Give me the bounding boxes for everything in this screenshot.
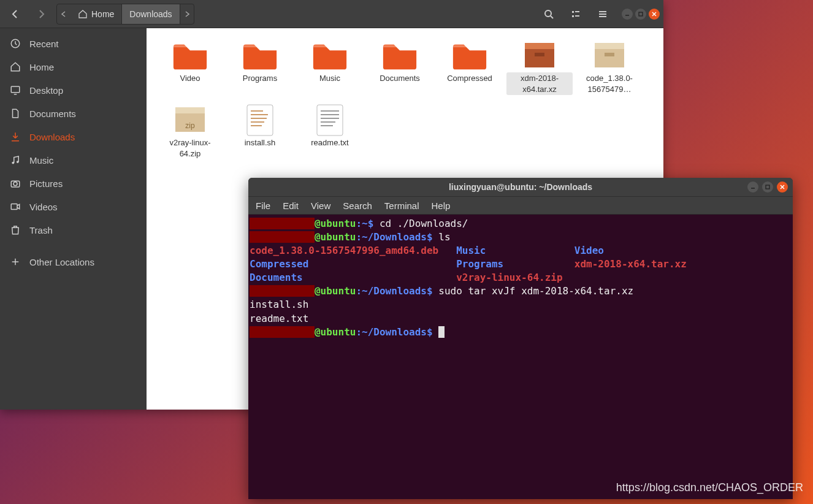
back-button[interactable] [4, 4, 27, 25]
sidebar-item-downloads[interactable]: Downloads [0, 125, 147, 148]
watermark: https://blog.csdn.net/CHAOS_ORDER [616, 481, 803, 494]
sidebar-item-trash[interactable]: Trash [0, 218, 147, 242]
sidebar-item-label: Home [29, 62, 137, 72]
maximize-button[interactable] [635, 9, 646, 20]
sidebar-item-home[interactable]: Home [0, 55, 147, 78]
menu-edit[interactable]: Edit [283, 200, 299, 211]
document-icon [10, 108, 21, 119]
video-icon [10, 201, 21, 212]
archive-item[interactable]: xdm-2018-x64.tar.xz [505, 39, 574, 95]
svg-rect-12 [11, 204, 17, 210]
window-controls [622, 9, 660, 20]
folder-item[interactable]: Compressed [435, 39, 505, 95]
plus-icon [10, 256, 21, 267]
path-home-label: Home [91, 9, 114, 19]
ls-item: Music [456, 245, 486, 256]
file-label: Compressed [445, 72, 495, 85]
svg-point-0 [545, 10, 551, 17]
text-file-item[interactable]: install.sh [225, 104, 295, 159]
svg-point-8 [12, 162, 14, 164]
close-button[interactable] [649, 9, 660, 20]
menu-search[interactable]: Search [343, 200, 372, 211]
svg-rect-4 [575, 15, 579, 17]
term-user-redacted [250, 326, 315, 338]
terminal-close-button[interactable] [777, 181, 788, 193]
term-host: @ubuntu [315, 218, 356, 229]
sidebar-item-label: Downloads [29, 132, 137, 142]
terminal-title: liuxingyuan@ubuntu: ~/Downloads [449, 182, 592, 192]
clock-icon [10, 38, 21, 49]
text-file-item[interactable]: readme.txt [295, 104, 365, 159]
sidebar-item-pictures[interactable]: Pictures [0, 172, 147, 195]
sidebar-item-documents[interactable]: Documents [0, 102, 147, 125]
terminal-minimize-button[interactable] [747, 181, 758, 193]
svg-rect-22 [247, 105, 273, 136]
forward-button[interactable] [29, 4, 53, 25]
path-bar: Home Downloads [56, 4, 194, 25]
term-cmd: sudo tar xvJf xdm-2018-x64.tar.xz [433, 285, 634, 297]
view-list-button[interactable] [564, 4, 587, 25]
path-current[interactable]: Downloads [122, 4, 180, 24]
sidebar-item-videos[interactable]: Videos [0, 195, 147, 218]
path-home[interactable]: Home [71, 4, 122, 24]
text-icon [311, 104, 349, 136]
sidebar-item-music[interactable]: Music [0, 148, 147, 172]
file-label: v2ray-linux-64.zip [157, 137, 223, 159]
sidebar-item-other-locations[interactable]: Other Locations [0, 250, 147, 273]
folder-item[interactable]: Video [155, 39, 225, 95]
file-label: Video [177, 72, 202, 85]
file-label: Programs [240, 72, 280, 85]
file-label: xdm-2018-x64.tar.xz [506, 72, 573, 95]
folder-icon [171, 39, 209, 71]
trash-icon [10, 224, 21, 235]
archive-item[interactable]: code_1.38.0-15675479… [574, 39, 644, 95]
folder-icon [241, 39, 279, 71]
path-prev-icon[interactable] [57, 4, 71, 24]
file-label: Music [317, 72, 343, 85]
sidebar-item-desktop[interactable]: Desktop [0, 78, 147, 102]
hamburger-menu-button[interactable] [591, 4, 614, 25]
sidebar-item-label: Desktop [29, 85, 137, 96]
sidebar-item-label: Recent [29, 39, 137, 49]
ls-item: v2ray-linux-64.zip [456, 272, 562, 283]
archive-icon [521, 39, 559, 71]
zip-icon: zip [171, 104, 209, 136]
terminal-body[interactable]: @ubuntu:~$ cd ./Downloads/ @ubuntu:~/Dow… [248, 215, 793, 499]
term-cmd: cd ./Downloads/ [373, 218, 468, 229]
path-next-icon[interactable] [180, 4, 194, 24]
svg-rect-15 [535, 53, 544, 56]
terminal-maximize-button[interactable] [762, 181, 773, 193]
menu-terminal[interactable]: Terminal [384, 200, 419, 211]
folder-item[interactable]: Programs [225, 39, 295, 95]
menu-view[interactable]: View [311, 200, 330, 211]
ls-item: Video [574, 245, 604, 256]
ls-item: Compressed [250, 258, 308, 270]
sidebar-item-recent[interactable]: Recent [0, 32, 147, 55]
term-user-redacted [250, 218, 315, 229]
svg-rect-13 [525, 48, 554, 67]
menu-help[interactable]: Help [432, 200, 451, 211]
svg-rect-17 [595, 43, 624, 49]
file-label: code_1.38.0-15675479… [576, 72, 643, 95]
minimize-button[interactable] [622, 9, 633, 20]
file-label: Documents [377, 72, 422, 85]
folder-item[interactable]: Documents [365, 39, 435, 95]
term-path: :~/Downloads$ [356, 285, 432, 297]
sidebar-item-label: Trash [29, 225, 137, 235]
svg-point-9 [17, 161, 19, 163]
term-cmd: ls [433, 231, 451, 243]
svg-rect-1 [572, 11, 574, 13]
folder-item[interactable]: Music [295, 39, 365, 95]
folder-icon [381, 39, 419, 71]
svg-rect-2 [575, 11, 579, 12]
terminal-menubar: File Edit View Search Terminal Help [248, 196, 793, 215]
sidebar: Recent Home Desktop Documents Downloads … [0, 28, 147, 410]
sidebar-item-label: Pictures [29, 178, 137, 189]
svg-rect-18 [605, 53, 614, 56]
search-button[interactable] [537, 4, 560, 25]
sidebar-item-label: Music [29, 155, 137, 166]
terminal-titlebar: liuxingyuan@ubuntu: ~/Downloads [248, 178, 793, 196]
archive-item[interactable]: zip v2ray-linux-64.zip [155, 104, 225, 159]
camera-icon [10, 178, 21, 189]
menu-file[interactable]: File [256, 200, 270, 211]
